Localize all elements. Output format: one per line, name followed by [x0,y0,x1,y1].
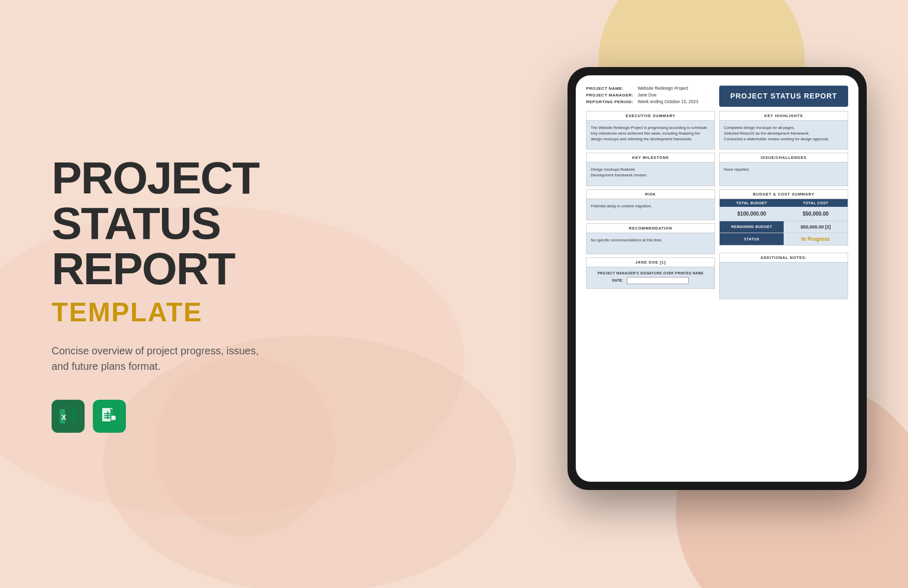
remaining-budget-label: REMAINING BUDGET [720,221,784,233]
signature-content: PROJECT MANAGER'S SIGNATURE OVER PRINTED… [587,267,715,288]
device-container: PROJECT NAME: Website Redesign Project P… [557,26,877,552]
key-milestone-header: KEY MILESTONE [587,153,715,162]
date-label: DATE: [612,279,623,282]
reporting-period-value: Week ending October 15, 2023 [638,99,699,104]
total-budget-value: $100,000.00 [720,207,784,221]
key-milestone-section: KEY MILESTONE Design mockups finalized.D… [586,153,715,186]
remaining-budget-value: $50,000.00 [2] [784,221,848,233]
additional-notes-content [720,263,848,299]
recommendation-content: No specific recommendations at this time… [587,233,715,254]
risk-content: Potential delay in content migration. [587,199,715,220]
key-highlights-content: Completed design mockups for all pages.S… [720,121,848,149]
project-manager-label: PROJECT MANAGER: [586,93,638,97]
report-title: PROJECT STATUS REPORT [730,92,837,101]
budget-cols: TOTAL BUDGET TOTAL COST $100,000.00 $50,… [720,199,848,221]
total-budget-col-header: TOTAL BUDGET [720,199,784,207]
recommendation-section: RECOMMENDATION No specific recommendatio… [586,223,715,254]
budget-header: BUDGET & COST SUMMARY [720,190,848,199]
svg-rect-5 [71,409,76,423]
executive-summary-section: EXECUTIVE SUMMARY The Website Redesign P… [586,111,715,150]
project-name-label: PROJECT NAME: [586,86,638,91]
report-header-area: PROJECT NAME: Website Redesign Project P… [586,86,848,107]
total-cost-value: $50,000.00 [784,207,848,221]
svg-text:X: X [61,413,67,421]
main-title: PROJECTSTATUSREPORT [52,155,330,291]
app-icons-row: X ▦ [52,400,330,433]
issues-challenges-header: ISSUE/CHALLENGES [720,153,848,162]
excel-app-icon: X [52,400,85,433]
tablet-screen: PROJECT NAME: Website Redesign Project P… [576,75,858,482]
status-value: In Progress [784,233,848,245]
report-title-box: PROJECT STATUS REPORT [719,86,848,107]
svg-text:▦: ▦ [111,415,116,420]
subtitle: TEMPLATE [52,297,330,328]
risk-section: RISK Potential delay in content migratio… [586,189,715,220]
report-main-grid: EXECUTIVE SUMMARY The Website Redesign P… [586,111,848,299]
key-highlights-header: KEY HIGHLIGHTS [720,111,848,121]
sheets-app-icon: ▦ [93,400,126,433]
svg-rect-12 [107,411,108,419]
additional-notes-header: ADDITIONAL NOTES: [720,253,848,263]
remaining-budget-row: REMAINING BUDGET $50,000.00 [2] [720,221,848,233]
signature-date-row: DATE: [591,277,710,284]
risk-header: RISK [587,190,715,199]
total-cost-col-header: TOTAL COST [784,199,848,207]
status-label: STATUS [720,233,784,245]
status-row: STATUS In Progress [720,233,848,245]
project-name-value: Website Redesign Project [638,86,688,91]
budget-section: BUDGET & COST SUMMARY TOTAL BUDGET TOTAL… [719,189,848,246]
date-input[interactable] [627,277,689,284]
issues-challenges-content: None reported. [720,162,848,186]
left-column: EXECUTIVE SUMMARY The Website Redesign P… [586,111,715,299]
tablet-device: PROJECT NAME: Website Redesign Project P… [568,67,867,490]
key-milestone-content: Design mockups finalized.Development fra… [587,162,715,186]
reporting-period-label: REPORTING PERIOD: [586,100,638,104]
signature-header: JANE DOE [1] [587,258,715,267]
signature-label: PROJECT MANAGER'S SIGNATURE OVER PRINTED… [591,271,710,275]
description: Concise overview of project progress, is… [52,343,268,374]
signature-section: JANE DOE [1] PROJECT MANAGER'S SIGNATURE… [586,257,715,289]
project-name-row: PROJECT NAME: Website Redesign Project [586,86,715,91]
executive-summary-content: The Website Redesign Project is progress… [587,121,715,149]
report-fields: PROJECT NAME: Website Redesign Project P… [586,86,715,107]
right-column: KEY HIGHLIGHTS Completed design mockups … [719,111,848,299]
left-panel: PROJECTSTATUSREPORT TEMPLATE Concise ove… [31,0,351,588]
key-highlights-section: KEY HIGHLIGHTS Completed design mockups … [719,111,848,150]
issues-challenges-section: ISSUE/CHALLENGES None reported. [719,153,848,186]
executive-summary-header: EXECUTIVE SUMMARY [587,111,715,121]
project-manager-row: PROJECT MANAGER: Jane Doe [586,92,715,97]
additional-notes-section: ADDITIONAL NOTES: [719,253,848,299]
project-manager-value: Jane Doe [638,92,656,97]
recommendation-header: RECOMMENDATION [587,224,715,233]
reporting-period-row: REPORTING PERIOD: Week ending October 15… [586,99,715,104]
